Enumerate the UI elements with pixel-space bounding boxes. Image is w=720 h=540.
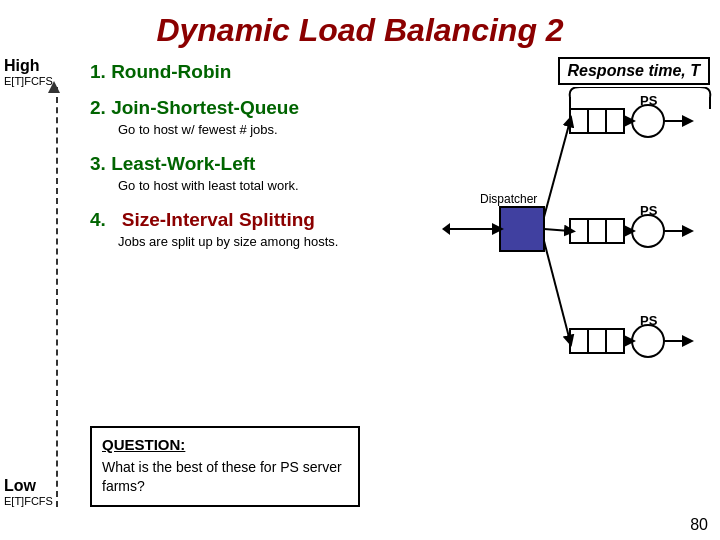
- list-item: 2. Join-Shortest-Queue Go to host w/ few…: [90, 97, 430, 139]
- axis-dashed-line: [56, 87, 58, 507]
- svg-point-18: [632, 325, 664, 357]
- item-4-number: 4.: [90, 209, 106, 230]
- arrow-up-icon: [48, 81, 60, 93]
- axis-low-sub: E[T]FCFS: [4, 495, 53, 507]
- axis-high-label: High: [4, 57, 53, 75]
- svg-rect-16: [588, 329, 606, 353]
- axis-low: Low E[T]FCFS: [4, 477, 53, 507]
- left-axis: High E[T]FCFS Low E[T]FCFS: [0, 57, 80, 537]
- item-2-label: Join-Shortest-Queue: [111, 97, 299, 118]
- item-3-title: 3. Least-Work-Left: [90, 153, 430, 175]
- svg-rect-2: [588, 109, 606, 133]
- question-body: What is the best of these for PS server …: [102, 458, 348, 497]
- items-list: 1. Round-Robin 2. Join-Shortest-Queue Go…: [90, 57, 430, 252]
- svg-rect-17: [606, 329, 624, 353]
- question-title: QUESTION:: [102, 436, 185, 453]
- item-3-desc: Go to host with least total work.: [118, 177, 430, 195]
- question-box: QUESTION: What is the best of these for …: [90, 426, 360, 507]
- item-4-desc: Jobs are split up by size among hosts.: [118, 233, 430, 251]
- svg-line-25: [544, 121, 570, 217]
- item-3-label: Least-Work-Left: [111, 153, 255, 174]
- axis-high-sub: E[T]FCFS: [4, 75, 53, 87]
- list-item: 3. Least-Work-Left Go to host with least…: [90, 153, 430, 195]
- svg-rect-3: [606, 109, 624, 133]
- page-number: 80: [690, 516, 708, 534]
- axis-high: High E[T]FCFS: [4, 57, 53, 87]
- svg-rect-8: [570, 219, 588, 243]
- svg-rect-1: [570, 109, 588, 133]
- item-4-label: Size-Interval Splitting: [122, 209, 315, 230]
- item-1-title: 1. Round-Robin: [90, 61, 430, 83]
- item-3-number: 3.: [90, 153, 106, 174]
- diagram-svg: PS PS PS: [440, 87, 720, 407]
- svg-point-4: [632, 105, 664, 137]
- item-4-title: 4. Size-Interval Splitting: [90, 209, 430, 231]
- item-1-label: Round-Robin: [111, 61, 231, 82]
- svg-rect-10: [606, 219, 624, 243]
- svg-point-11: [632, 215, 664, 247]
- page-title: Dynamic Load Balancing 2: [0, 0, 720, 57]
- svg-rect-9: [588, 219, 606, 243]
- response-time-label: Response time, T: [558, 57, 710, 85]
- content-area: 1. Round-Robin 2. Join-Shortest-Queue Go…: [80, 57, 440, 537]
- item-1-number: 1.: [90, 61, 106, 82]
- list-item: 1. Round-Robin: [90, 61, 430, 83]
- diagram-area: Response time, T PS PS: [440, 57, 720, 537]
- axis-low-label: Low: [4, 477, 53, 495]
- item-2-number: 2.: [90, 97, 106, 118]
- svg-line-26: [544, 229, 570, 231]
- list-item: 4. Size-Interval Splitting Jobs are spli…: [90, 209, 430, 251]
- svg-marker-24: [442, 223, 450, 235]
- item-2-desc: Go to host w/ fewest # jobs.: [118, 121, 430, 139]
- svg-rect-21: [500, 207, 544, 251]
- item-2-title: 2. Join-Shortest-Queue: [90, 97, 430, 119]
- svg-text:Dispatcher: Dispatcher: [480, 192, 537, 206]
- svg-rect-15: [570, 329, 588, 353]
- svg-line-27: [544, 241, 570, 341]
